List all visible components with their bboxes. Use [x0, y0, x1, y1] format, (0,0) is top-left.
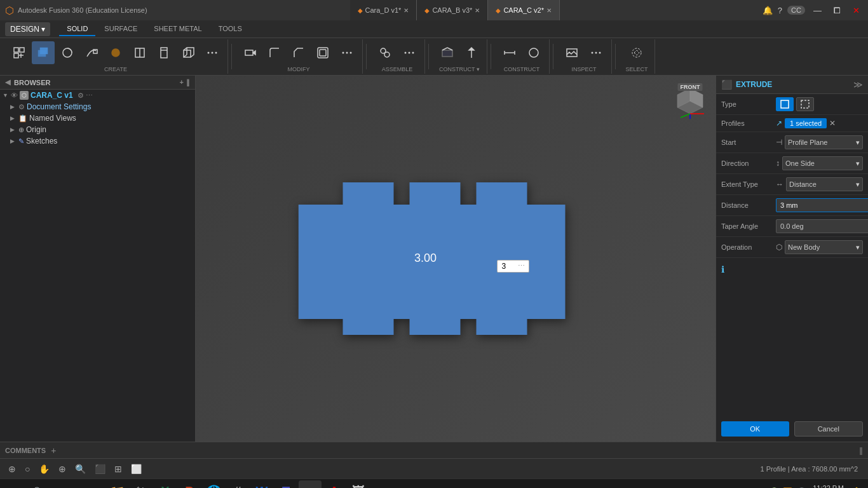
taskbar-teams-btn[interactable]: T [275, 480, 297, 489]
create-more-btn[interactable] [201, 41, 224, 64]
taskbar-ppt-btn[interactable]: P [178, 480, 201, 489]
modify-more-btn[interactable] [336, 41, 358, 64]
taskbar-fusion-btn[interactable]: F [299, 480, 322, 489]
snap-btn[interactable]: ⊕ [5, 462, 19, 476]
win-maximize-btn[interactable]: ⧠ [830, 4, 844, 17]
extrude-collapse-btn[interactable]: ≫ [853, 79, 863, 90]
svg-rect-20 [245, 50, 253, 55]
browser-item-doc-settings[interactable]: ▶ ⚙ Document Settings [0, 101, 195, 112]
viewcube-label[interactable]: FRONT [678, 83, 703, 91]
taskbar-acrobat-btn[interactable]: A [323, 480, 346, 489]
start-btn[interactable]: ⊞ [0, 479, 25, 489]
orbit-btn[interactable]: ○ [22, 462, 33, 476]
browser-item-named-views[interactable]: ▶ 📋 Named Views [0, 112, 195, 124]
distance-input[interactable] [776, 198, 868, 212]
construct-plane-btn[interactable] [436, 41, 459, 64]
taskbar-photos-btn[interactable]: 🖼 [347, 480, 370, 489]
ribbon-group-insert: INSPECT [557, 39, 612, 74]
more-display-btn[interactable]: ⬜ [128, 462, 145, 476]
ribbon-tab-solid[interactable]: SOLID [59, 22, 95, 36]
viewport[interactable]: 3.00 3 ⋯ [196, 76, 715, 442]
taskbar-calc-btn[interactable]: # [226, 480, 249, 489]
ribbon-tab-sheet-metal[interactable]: SHEET METAL [146, 22, 209, 36]
clock-area[interactable]: 11:22 P.M. 30/03/2021 [811, 484, 846, 489]
taskbar-store-btn[interactable]: 🛍 [130, 480, 153, 489]
taskbar-excel-btn[interactable]: X [154, 480, 177, 489]
taskbar-chrome-btn[interactable]: 🌐 [202, 480, 225, 489]
assemble-more-btn[interactable] [398, 41, 421, 64]
create-box-btn[interactable] [177, 41, 200, 64]
eye-visible-icon[interactable]: 👁 [11, 92, 18, 99]
win-close-btn[interactable]: ✕ [850, 4, 863, 17]
ribbon-tab-surface[interactable]: SURFACE [97, 22, 145, 36]
create-extrude-btn[interactable] [32, 41, 55, 64]
tab-cara_c[interactable]: ◆CARA_C v2*✕ [488, 0, 560, 20]
create-sweep-btn[interactable] [80, 41, 103, 64]
extent-type-value: ↔ Distance ▾ [776, 177, 863, 191]
operation-dropdown[interactable]: New Body ▾ [785, 240, 863, 254]
svg-rect-6 [40, 48, 48, 54]
profiles-selected-badge[interactable]: 1 selected [785, 118, 827, 128]
dimension-value[interactable]: 3 [501, 262, 517, 271]
construct-axis-btn[interactable] [460, 41, 483, 64]
origin-icon: ⊕ [18, 126, 24, 134]
create-loft-btn[interactable] [104, 41, 127, 64]
browser-menu-icon[interactable]: ‖ [186, 78, 190, 86]
modify-chamfer-btn[interactable] [287, 41, 310, 64]
ok-button[interactable]: OK [721, 421, 789, 437]
tab-cara_b[interactable]: ◆CARA_B v3*✕ [417, 0, 488, 20]
help-icon[interactable]: ? [778, 6, 782, 15]
win-minimize-btn[interactable]: — [810, 4, 825, 17]
grid-btn[interactable]: ⊞ [111, 462, 125, 476]
browser-item-root[interactable]: ▼ 👁 ⬡ CARA_C v1 ⚙ ⋯ [0, 90, 195, 101]
account-icon[interactable]: CC [787, 6, 805, 15]
modify-press-pull-btn[interactable] [239, 41, 262, 64]
assemble-joint-btn[interactable] [374, 41, 397, 64]
browser-item-settings-icon[interactable]: ⚙ [78, 92, 84, 100]
input-more-icon[interactable]: ⋯ [518, 262, 525, 270]
viewport-canvas[interactable]: 3.00 3 ⋯ [196, 76, 715, 442]
modify-fillet-btn[interactable] [263, 41, 286, 64]
inspect-more-btn[interactable] [522, 41, 545, 64]
tab-cara_d[interactable]: ◆Cara_D v1*✕ [350, 0, 417, 20]
browser-add-icon[interactable]: + [180, 78, 184, 86]
create-thread-btn[interactable] [153, 41, 175, 64]
zoom-fit-btn[interactable]: 🔍 [72, 462, 89, 476]
extrude-title-label: EXTRUDE [736, 80, 772, 89]
create-new-component-btn[interactable] [8, 41, 31, 64]
zoom-btn[interactable]: ⊕ [55, 462, 69, 476]
type-btn-solid[interactable] [776, 97, 794, 111]
task-view-btn[interactable]: ⧉ [51, 479, 76, 489]
browser-item-more-icon[interactable]: ⋯ [86, 92, 93, 100]
taskbar-edge-btn[interactable]: e [81, 480, 104, 489]
select-btn[interactable] [623, 41, 651, 64]
start-dropdown[interactable]: Profile Plane ▾ [785, 135, 863, 149]
taskbar-explorer-btn[interactable]: 📁 [105, 480, 128, 489]
notify-icon[interactable]: 🔔 [763, 6, 773, 15]
insert-more-btn[interactable] [585, 41, 607, 64]
browser-item-sketches[interactable]: ▶ ✎ Sketches [0, 135, 195, 147]
modify-shell-btn[interactable] [311, 41, 334, 64]
browser-collapse-icon[interactable]: ◀ [5, 78, 10, 86]
search-btn[interactable]: 🔍 [25, 479, 51, 489]
type-btn-surface[interactable] [796, 97, 814, 111]
taskbar-word-btn[interactable]: W [250, 480, 273, 489]
display-settings-btn[interactable]: ⬛ [92, 462, 109, 476]
comments-add-btn[interactable]: + [51, 445, 56, 456]
taper-angle-input[interactable] [776, 219, 868, 233]
dimension-input-box[interactable]: 3 ⋯ [497, 260, 529, 273]
inspect-measure-btn[interactable] [498, 41, 521, 64]
profiles-clear-btn[interactable]: ✕ [829, 119, 836, 128]
ribbon-tab-tools[interactable]: TOOLS [211, 22, 250, 36]
viewcube[interactable]: FRONT [671, 82, 709, 120]
direction-dropdown[interactable]: One Side ▾ [782, 156, 863, 170]
design-dropdown-btn[interactable]: DESIGN ▾ [5, 22, 50, 36]
pan-btn[interactable]: ✋ [36, 462, 53, 476]
extent-type-dropdown[interactable]: Distance ▾ [786, 177, 863, 191]
create-rib-btn[interactable] [128, 41, 151, 64]
comments-collapse-btn[interactable]: ‖ [859, 446, 863, 455]
create-revolve-btn[interactable] [56, 41, 79, 64]
insert-image-btn[interactable] [560, 41, 583, 64]
cancel-button[interactable]: Cancel [794, 421, 864, 437]
browser-item-origin[interactable]: ▶ ⊕ Origin [0, 124, 195, 135]
